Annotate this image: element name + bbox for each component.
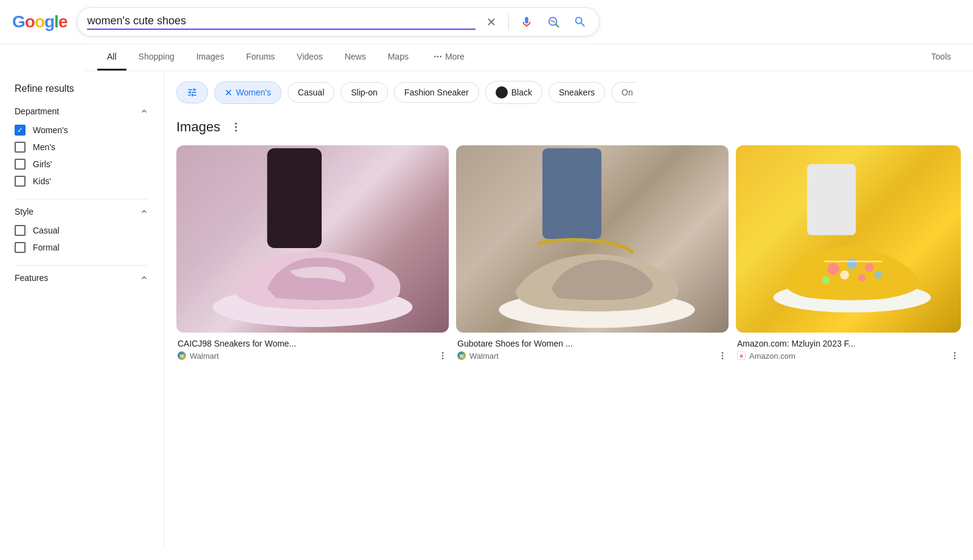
- divider-2: [15, 265, 149, 266]
- svg-point-5: [235, 123, 237, 125]
- images-more-button[interactable]: [227, 119, 244, 136]
- image-caption-1: CAICJ98 Sneakers for Wome... W Walmart: [176, 333, 449, 363]
- chip-on-partial[interactable]: On: [611, 82, 637, 103]
- search-input[interactable]: [87, 15, 476, 30]
- card-more-icon-2[interactable]: [718, 351, 727, 361]
- tab-images[interactable]: Images: [187, 44, 234, 71]
- checkbox-casual[interactable]: [15, 225, 26, 236]
- svg-point-22: [865, 263, 874, 272]
- filter-option-kids[interactable]: Kids': [15, 176, 149, 187]
- svg-point-27: [954, 352, 956, 354]
- google-logo[interactable]: Google: [12, 12, 67, 32]
- image-card-3[interactable]: Amazon.com: Mzluyin 2023 F... a Amazon.c…: [736, 145, 961, 363]
- amazon-logo: a: [737, 351, 746, 360]
- main-content: ✕ Women's Casual Slip-on Fashion Sneaker…: [164, 71, 973, 546]
- tab-shopping[interactable]: Shopping: [129, 44, 184, 71]
- tab-forums[interactable]: Forums: [237, 44, 285, 71]
- svg-point-24: [840, 271, 849, 280]
- style-collapse-icon[interactable]: [139, 207, 149, 216]
- svg-point-15: [722, 352, 724, 354]
- image-3: [736, 145, 961, 333]
- black-color-dot: [496, 86, 508, 99]
- checkbox-mens[interactable]: [15, 142, 26, 153]
- chip-black[interactable]: Black: [485, 81, 542, 104]
- search-button[interactable]: [571, 13, 589, 31]
- search-tabs: All Shopping Images Forums Videos News M…: [85, 44, 973, 71]
- chip-casual[interactable]: Casual: [288, 82, 335, 103]
- svg-rect-13: [542, 148, 601, 239]
- svg-point-16: [722, 355, 724, 357]
- svg-point-20: [827, 263, 839, 275]
- features-collapse-icon[interactable]: [139, 273, 149, 283]
- features-label: Features: [15, 273, 48, 283]
- svg-rect-8: [267, 148, 322, 248]
- checkbox-womens[interactable]: [15, 125, 26, 136]
- filter-option-womens[interactable]: Women's: [15, 125, 149, 136]
- checkbox-kids[interactable]: [15, 176, 26, 187]
- filter-label-girls: Girls': [33, 159, 52, 169]
- chip-slip-on-label: Slip-on: [351, 88, 378, 97]
- filter-option-casual[interactable]: Casual: [15, 225, 149, 236]
- checkbox-formal[interactable]: [15, 242, 26, 253]
- filter-label-formal: Formal: [33, 243, 60, 252]
- image-caption-2: Gubotare Shoes for Women ... W Walmart: [456, 333, 729, 363]
- header: Google: [0, 0, 973, 44]
- image-card-1[interactable]: CAICJ98 Sneakers for Wome... W Walmart: [176, 145, 449, 363]
- department-filter: Department Women's Men's Girls': [15, 106, 149, 187]
- features-header: Features: [15, 273, 149, 283]
- filter-icon-chip[interactable]: [176, 81, 208, 103]
- chip-black-label: Black: [511, 88, 532, 97]
- source-name-3: Amazon.com: [749, 351, 795, 361]
- logo-o1: o: [25, 12, 35, 31]
- svg-point-23: [822, 277, 829, 284]
- microphone-icon: [520, 15, 533, 29]
- tab-tools[interactable]: Tools: [921, 44, 961, 71]
- department-header: Department: [15, 106, 149, 116]
- filter-label-casual: Casual: [33, 226, 60, 235]
- checkbox-girls[interactable]: [15, 159, 26, 170]
- chip-womens[interactable]: ✕ Women's: [214, 81, 282, 104]
- chip-on-label: On: [622, 88, 633, 97]
- tab-news[interactable]: News: [335, 44, 376, 71]
- svg-point-10: [442, 352, 444, 354]
- search-icon: [573, 15, 587, 29]
- features-filter: Features: [15, 273, 149, 283]
- style-header: Style: [15, 207, 149, 216]
- department-collapse-icon[interactable]: [139, 106, 149, 116]
- image-title-1: CAICJ98 Sneakers for Wome...: [178, 339, 448, 348]
- svg-point-4: [440, 56, 441, 58]
- filter-option-girls[interactable]: Girls': [15, 159, 149, 170]
- chip-slip-on[interactable]: Slip-on: [341, 82, 388, 103]
- lens-search-button[interactable]: [544, 13, 563, 31]
- source-name-2: Walmart: [469, 351, 499, 361]
- filter-option-formal[interactable]: Formal: [15, 242, 149, 253]
- logo-e: e: [58, 12, 68, 31]
- svg-point-21: [847, 258, 857, 269]
- card-more-icon-1[interactable]: [438, 351, 448, 361]
- image-card-2[interactable]: Gubotare Shoes for Women ... W Walmart: [456, 145, 729, 363]
- tab-more[interactable]: More: [423, 44, 474, 71]
- sidebar-title: Refine results: [15, 83, 149, 94]
- clear-button[interactable]: [483, 13, 500, 30]
- svg-point-11: [442, 355, 444, 357]
- card-more-icon-3[interactable]: [950, 351, 960, 361]
- logo-g: G: [12, 12, 25, 31]
- filter-label-mens: Men's: [33, 142, 55, 152]
- chip-fashion-sneaker[interactable]: Fashion Sneaker: [394, 82, 479, 103]
- tab-more-label: More: [445, 52, 465, 61]
- voice-search-button[interactable]: [518, 13, 536, 31]
- lens-icon: [547, 15, 560, 29]
- chip-remove-icon[interactable]: ✕: [224, 87, 232, 99]
- images-section-header: Images: [176, 119, 961, 136]
- chip-sneakers[interactable]: Sneakers: [549, 82, 605, 103]
- tab-maps[interactable]: Maps: [378, 44, 418, 71]
- svg-rect-18: [807, 164, 856, 235]
- chip-sneakers-label: Sneakers: [559, 88, 595, 97]
- filter-option-mens[interactable]: Men's: [15, 142, 149, 153]
- source-name-1: Walmart: [190, 351, 219, 361]
- tab-all[interactable]: All: [97, 44, 126, 71]
- image-source-1: W Walmart: [178, 351, 448, 361]
- image-caption-3: Amazon.com: Mzluyin 2023 F... a Amazon.c…: [736, 333, 961, 363]
- svg-point-7: [235, 130, 237, 131]
- tab-videos[interactable]: Videos: [287, 44, 333, 71]
